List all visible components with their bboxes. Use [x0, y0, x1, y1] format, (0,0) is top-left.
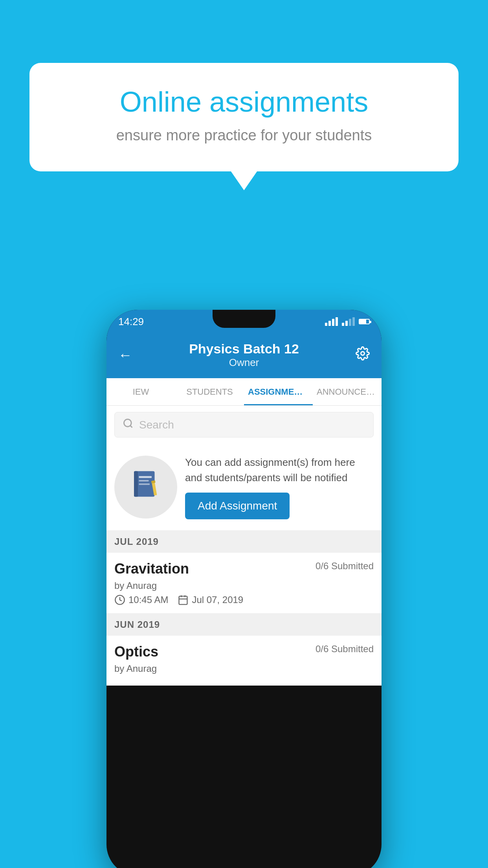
back-button[interactable]: ←: [118, 347, 132, 363]
battery-icon: [359, 319, 370, 324]
section-header-jun: JUN 2019: [106, 614, 382, 636]
search-input[interactable]: Search: [139, 419, 174, 431]
assignment-date: Jul 07, 2019: [178, 594, 243, 605]
assignment-name-optics: Optics: [114, 644, 158, 660]
svg-rect-4: [134, 471, 138, 497]
add-assignment-button[interactable]: Add Assignment: [185, 493, 290, 519]
assignment-item-gravitation[interactable]: Gravitation 0/6 Submitted by Anurag 10:4…: [106, 553, 382, 614]
assignment-time: 10:45 AM: [114, 594, 168, 605]
assignment-name: Gravitation: [114, 561, 189, 577]
svg-rect-11: [179, 596, 187, 605]
status-bar: 14:29: [106, 310, 382, 333]
header-center: Physics Batch 12 Owner: [189, 341, 299, 369]
speech-bubble: Online assignments ensure more practice …: [29, 63, 459, 171]
assignment-top-row: Gravitation 0/6 Submitted: [114, 561, 374, 577]
svg-rect-6: [139, 480, 149, 482]
svg-line-2: [130, 425, 132, 427]
svg-point-0: [361, 351, 364, 355]
status-time: 14:29: [118, 316, 144, 328]
header-subtitle: Owner: [189, 357, 299, 369]
bubble-title: Online assignments: [61, 86, 427, 118]
promo-text-area: You can add assignment(s) from here and …: [185, 455, 374, 519]
svg-point-1: [124, 419, 132, 427]
wifi-icon: [325, 317, 338, 326]
tab-assignments[interactable]: ASSIGNMENTS: [244, 378, 313, 405]
tab-iew[interactable]: IEW: [106, 378, 175, 405]
notch: [213, 310, 275, 328]
speech-bubble-container: Online assignments ensure more practice …: [29, 63, 459, 171]
promo-section: You can add assignment(s) from here and …: [106, 444, 382, 531]
tab-bar: IEW STUDENTS ASSIGNMENTS ANNOUNCEMEN: [106, 378, 382, 406]
tab-announcements[interactable]: ANNOUNCEMEN: [313, 378, 382, 405]
phone-content: Search You can ad: [106, 406, 382, 686]
settings-button[interactable]: [356, 346, 370, 364]
assignment-status: 0/6 Submitted: [316, 561, 374, 572]
promo-description: You can add assignment(s) from here and …: [185, 455, 374, 485]
search-bar[interactable]: Search: [114, 412, 374, 438]
notebook-icon: [130, 468, 161, 506]
header-title: Physics Batch 12: [189, 341, 299, 357]
section-header-jul: JUL 2019: [106, 531, 382, 553]
svg-rect-5: [139, 476, 152, 478]
status-icons: [325, 317, 370, 326]
assignment-item-optics[interactable]: Optics 0/6 Submitted by Anurag: [106, 636, 382, 686]
promo-icon-circle: [114, 456, 177, 519]
svg-rect-7: [139, 484, 150, 485]
bubble-subtitle: ensure more practice for your students: [61, 127, 427, 144]
assignment-author: by Anurag: [114, 580, 374, 591]
assignment-meta: 10:45 AM Jul 07, 2019: [114, 594, 374, 605]
assignment-top-row-optics: Optics 0/6 Submitted: [114, 644, 374, 660]
tab-students[interactable]: STUDENTS: [175, 378, 244, 405]
assignment-author-optics: by Anurag: [114, 663, 374, 674]
assignment-status-optics: 0/6 Submitted: [316, 644, 374, 655]
phone-frame: 14:29 ← Physics: [106, 310, 382, 868]
search-container: Search: [106, 406, 382, 444]
app-header: ← Physics Batch 12 Owner: [106, 333, 382, 378]
signal-icon: [342, 317, 355, 326]
search-icon: [123, 418, 134, 432]
